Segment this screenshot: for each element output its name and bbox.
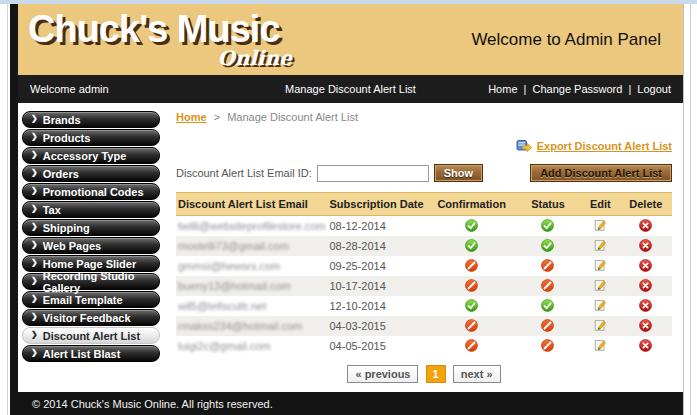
sidebar-item-label: Brands bbox=[43, 114, 81, 126]
subscription-date-cell: 12-10-2014 bbox=[328, 296, 429, 316]
navbar-links: Home | Change Password | Logout bbox=[416, 83, 683, 95]
sidebar-item-label: Recording Studio Gallery bbox=[43, 270, 153, 294]
sidebar-item-recording-studio-gallery[interactable]: ❯Recording Studio Gallery bbox=[22, 273, 160, 290]
delete-x-icon[interactable] bbox=[639, 279, 652, 294]
email-id-input[interactable] bbox=[317, 165, 429, 182]
sidebar-item-orders[interactable]: ❯Orders bbox=[22, 165, 160, 182]
content-panel: Home > Manage Discount Alert List Export… bbox=[166, 103, 688, 392]
nav-link-logout[interactable]: Logout bbox=[637, 83, 671, 95]
table-row: rmakss234@hotmail.com04-03-2015 bbox=[176, 316, 672, 336]
breadcrumb-current: Manage Discount Alert List bbox=[227, 111, 358, 123]
breadcrumb-home-link[interactable]: Home bbox=[176, 111, 207, 123]
email-cell: twilli@websiteprofilestore.com bbox=[178, 220, 326, 232]
subscription-date-cell: 08-12-2014 bbox=[328, 216, 429, 237]
table-row: luigi2c@gmail.com04-05-2015 bbox=[176, 336, 672, 356]
show-button[interactable]: Show bbox=[434, 164, 483, 182]
chevron-right-icon: ❯ bbox=[31, 240, 38, 249]
sidebar-item-label: Home Page Slider bbox=[43, 258, 137, 270]
sidebar-item-shipping[interactable]: ❯Shipping bbox=[22, 219, 160, 236]
edit-note-icon[interactable] bbox=[593, 218, 607, 234]
subscription-date-cell: 04-03-2015 bbox=[328, 316, 429, 336]
delete-x-icon[interactable] bbox=[639, 299, 652, 314]
nav-link-change-password[interactable]: Change Password bbox=[532, 83, 622, 95]
sidebar-item-discount-alert-list[interactable]: ❯Discount Alert List bbox=[22, 327, 160, 344]
left-gutter-line bbox=[7, 0, 8, 415]
right-edge-line bbox=[690, 4, 691, 415]
export-excel-icon[interactable] bbox=[516, 137, 532, 155]
sidebar-item-label: Web Pages bbox=[43, 240, 102, 252]
sidebar-item-email-template[interactable]: ❯Email Template bbox=[22, 291, 160, 308]
navbar-page-title: Manage Discount Alert List bbox=[285, 83, 416, 95]
delete-x-icon[interactable] bbox=[639, 339, 652, 354]
col-header-subscription-date: Subscription Date bbox=[328, 193, 429, 216]
chevron-right-icon: ❯ bbox=[31, 276, 38, 285]
edit-note-icon[interactable] bbox=[593, 278, 607, 294]
discount-alert-table: Discount Alert List Email Subscription D… bbox=[176, 192, 672, 356]
blocked-icon bbox=[541, 259, 554, 274]
site-logo[interactable]: Chuck's Music Online bbox=[28, 8, 306, 70]
logo-title: Chuck's Music bbox=[28, 8, 306, 50]
pagination: « previous 1 next » bbox=[176, 365, 672, 383]
delete-x-icon[interactable] bbox=[639, 319, 652, 334]
edit-note-icon[interactable] bbox=[593, 338, 607, 354]
green-check-icon bbox=[465, 239, 478, 254]
subscription-date-cell: 08-28-2014 bbox=[328, 236, 429, 256]
site-header: Chuck's Music Online Welcome to Admin Pa… bbox=[18, 4, 683, 75]
sidebar-item-accessory-type[interactable]: ❯Accessory Type bbox=[22, 147, 160, 164]
delete-x-icon[interactable] bbox=[639, 219, 652, 234]
sidebar-item-web-pages[interactable]: ❯Web Pages bbox=[22, 237, 160, 254]
edit-note-icon[interactable] bbox=[593, 258, 607, 274]
blocked-icon bbox=[541, 319, 554, 334]
col-header-email: Discount Alert List Email bbox=[176, 193, 328, 216]
chevron-right-icon: ❯ bbox=[31, 150, 38, 159]
nav-separator: | bbox=[524, 83, 527, 95]
delete-x-icon[interactable] bbox=[639, 239, 652, 254]
blocked-icon bbox=[541, 339, 554, 354]
blocked-icon bbox=[465, 319, 478, 334]
chevron-right-icon: ❯ bbox=[31, 222, 38, 231]
current-page-button[interactable]: 1 bbox=[426, 365, 446, 383]
sidebar-item-label: Email Template bbox=[43, 294, 123, 306]
subscription-date-cell: 10-17-2014 bbox=[328, 276, 429, 296]
email-cell: rmakss234@hotmail.com bbox=[178, 320, 302, 332]
export-discount-alert-list-link[interactable]: Export Discount Alert List bbox=[537, 140, 672, 152]
filter-row: Discount Alert List Email ID: Show Add D… bbox=[176, 164, 672, 182]
table-row: gmmsi@hewsrs.com09-25-2014 bbox=[176, 256, 672, 276]
table-body: twilli@websiteprofilestore.com08-12-2014… bbox=[176, 216, 672, 357]
chevron-right-icon: ❯ bbox=[31, 186, 38, 195]
sidebar-item-label: Tax bbox=[43, 204, 61, 216]
sidebar-item-brands[interactable]: ❯Brands bbox=[22, 111, 160, 128]
nav-link-home[interactable]: Home bbox=[488, 83, 517, 95]
breadcrumb-separator: > bbox=[214, 111, 220, 123]
sidebar-item-label: Orders bbox=[43, 168, 79, 180]
email-cell: gmmsi@hewsrs.com bbox=[178, 260, 280, 272]
sidebar-item-products[interactable]: ❯Products bbox=[22, 129, 160, 146]
sidebar-item-tax[interactable]: ❯Tax bbox=[22, 201, 160, 218]
next-page-button[interactable]: next » bbox=[453, 365, 501, 383]
blocked-icon bbox=[541, 279, 554, 294]
delete-x-icon[interactable] bbox=[639, 259, 652, 274]
edit-note-icon[interactable] bbox=[593, 298, 607, 314]
email-cell: mostelli73@gmail.com bbox=[178, 240, 289, 252]
subscription-date-cell: 04-05-2015 bbox=[328, 336, 429, 356]
table-row: wil5@tellscultr.net12-10-2014 bbox=[176, 296, 672, 316]
chevron-right-icon: ❯ bbox=[31, 114, 38, 123]
blocked-icon bbox=[465, 339, 478, 354]
edit-note-icon[interactable] bbox=[593, 318, 607, 334]
green-check-icon bbox=[541, 219, 554, 234]
sidebar-item-promotional-codes[interactable]: ❯Promotional Codes bbox=[22, 183, 160, 200]
sidebar-item-label: Discount Alert List bbox=[43, 330, 140, 342]
filter-label: Discount Alert List Email ID: bbox=[176, 167, 312, 179]
subscription-date-cell: 09-25-2014 bbox=[328, 256, 429, 276]
sidebar-item-alert-list-blast[interactable]: ❯Alert List Blast bbox=[22, 345, 160, 362]
col-header-edit: Edit bbox=[581, 193, 620, 216]
sidebar-item-visitor-feedback[interactable]: ❯Visitor Feedback bbox=[22, 309, 160, 326]
edit-note-icon[interactable] bbox=[593, 238, 607, 254]
add-discount-alert-list-button[interactable]: Add Discount Alert List bbox=[530, 164, 672, 182]
previous-page-button[interactable]: « previous bbox=[347, 365, 418, 383]
green-check-icon bbox=[541, 299, 554, 314]
col-header-delete: Delete bbox=[620, 193, 672, 216]
chevron-right-icon: ❯ bbox=[31, 132, 38, 141]
green-check-icon bbox=[541, 239, 554, 254]
page-frame: Chuck's Music Online Welcome to Admin Pa… bbox=[10, 4, 684, 415]
